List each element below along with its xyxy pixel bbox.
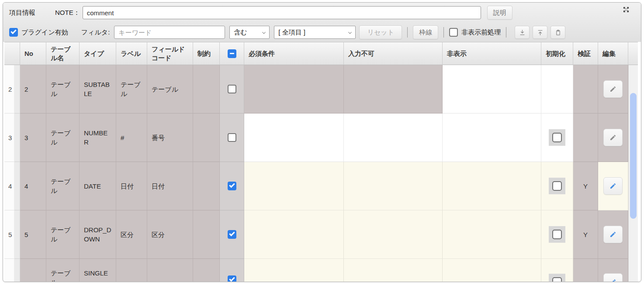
match-mode-value: 含む — [234, 28, 247, 37]
cell-row-checkbox — [220, 114, 244, 162]
expand-arrows-icon[interactable] — [623, 6, 630, 13]
vertical-scrollbar[interactable] — [628, 65, 638, 282]
pencil-icon — [609, 134, 616, 141]
cell-label: 区分 — [116, 210, 147, 259]
cell-hidden — [443, 259, 541, 282]
row-checkbox[interactable] — [228, 133, 236, 142]
note-input[interactable] — [83, 6, 481, 19]
cell-field-code: テーブル — [147, 65, 193, 114]
row-gutter — [14, 114, 20, 162]
edit-button[interactable] — [603, 129, 623, 146]
match-mode-select[interactable]: 含む — [229, 26, 270, 39]
header-index — [4, 42, 20, 65]
describe-button[interactable]: 説明 — [487, 6, 512, 20]
cell-field-code: 日付 — [147, 162, 193, 210]
table-row: 2 2 テーブル SUBTABLE テーブル テーブル — [4, 65, 638, 114]
plugin-enabled-checkbox[interactable] — [9, 28, 18, 37]
cell-type: SINGLE — [80, 259, 116, 282]
pencil-icon — [609, 279, 616, 282]
filter-input[interactable] — [114, 26, 225, 39]
table-body: 2 2 テーブル SUBTABLE テーブル テーブル — [4, 65, 638, 282]
header-required: 必須条件 — [244, 42, 344, 65]
row-checkbox[interactable] — [228, 230, 236, 239]
preprocess-label: 非表示前処理 — [461, 28, 501, 37]
init-checkbox[interactable] — [552, 230, 562, 239]
cell-input-disabled — [344, 114, 443, 162]
chevron-down-icon — [347, 30, 353, 35]
cell-row-checkbox — [220, 210, 244, 259]
row-checkbox[interactable] — [228, 182, 236, 190]
row-index: 4 — [4, 162, 14, 210]
row-checkbox[interactable] — [228, 85, 236, 93]
init-checkbox[interactable] — [552, 277, 562, 282]
cell-table-name: テーブル — [46, 210, 80, 259]
table-row: 3 3 テーブル NUMBER # 番号 — [4, 114, 638, 162]
cell-hidden — [443, 114, 541, 162]
scrollbar-thumb[interactable] — [630, 93, 637, 219]
header-constraint: 制約 — [193, 42, 220, 65]
table-row: 4 4 テーブル DATE 日付 日付 — [4, 162, 638, 210]
topbar: 項目情報 NOTE： 説明 — [3, 3, 641, 23]
cell-field-code — [147, 259, 193, 282]
separator — [407, 27, 408, 38]
cell-no — [20, 259, 46, 282]
cell-constraint — [193, 65, 220, 114]
separator — [443, 27, 444, 38]
cell-constraint — [193, 210, 220, 259]
cell-row-checkbox — [220, 162, 244, 210]
cell-required-condition — [244, 162, 344, 210]
cell-table-name: テーブル — [46, 114, 80, 162]
row-index: 2 — [4, 65, 14, 114]
cell-no: 4 — [20, 162, 46, 210]
header-field-code: フィールドコード — [147, 42, 193, 65]
upload-icon[interactable] — [533, 26, 547, 39]
cell-constraint — [193, 114, 220, 162]
fields-table: No テーブル名 タイプ ラベル フィールドコード 制約 必須条件 入力不可 非… — [4, 42, 638, 282]
cell-table-name: テーブル — [46, 65, 80, 114]
border-button[interactable]: 枠線 — [413, 25, 438, 39]
header-label: ラベル — [116, 42, 147, 65]
clipboard-icon[interactable] — [551, 26, 565, 39]
header-edit: 編集 — [598, 42, 628, 65]
cell-init — [541, 210, 573, 259]
row-gutter — [14, 162, 20, 210]
cell-row-checkbox — [220, 259, 244, 282]
edit-button[interactable] — [603, 177, 623, 195]
cell-no: 2 — [20, 65, 46, 114]
cell-type: DATE — [80, 162, 116, 210]
cell-init — [541, 65, 573, 114]
page: 項目情報 NOTE： 説明 プラグイン有効 フィルタ: 含む [ 全項目 ] — [0, 0, 644, 289]
cell-field-code: 区分 — [147, 210, 193, 259]
cell-constraint — [193, 259, 220, 282]
separator — [506, 27, 506, 38]
row-checkbox[interactable] — [228, 275, 236, 282]
cell-required-condition — [244, 65, 344, 114]
header-table-name: テーブル名 — [46, 42, 80, 65]
select-all-checkbox[interactable] — [228, 49, 236, 58]
edit-button[interactable] — [603, 80, 623, 98]
cell-type: SUBTABLE — [80, 65, 116, 114]
cell-verify: Y — [573, 210, 598, 259]
pencil-icon — [609, 86, 616, 93]
cell-constraint — [193, 162, 220, 210]
init-checkbox[interactable] — [552, 133, 562, 142]
cell-type: DROP_DOWN — [80, 210, 116, 259]
preprocess-checkbox[interactable] — [449, 28, 458, 37]
header-hidden: 非表示 — [443, 42, 541, 65]
row-index: 3 — [4, 114, 14, 162]
cell-verify: Y — [573, 162, 598, 210]
header-type: タイプ — [80, 42, 116, 65]
init-checkbox[interactable] — [552, 181, 562, 191]
reset-button[interactable]: リセット — [359, 25, 402, 39]
edit-button[interactable] — [603, 226, 623, 243]
edit-button[interactable] — [603, 273, 623, 282]
header-select-all — [220, 42, 244, 65]
init-checkbox-frame — [549, 226, 565, 243]
cell-required-condition — [244, 114, 344, 162]
download-icon[interactable] — [515, 26, 530, 39]
target-field-select[interactable]: [ 全項目 ] — [274, 26, 356, 39]
cell-verify — [573, 65, 598, 114]
panel-top: 項目情報 NOTE： 説明 プラグイン有効 フィルタ: 含む [ 全項目 ] — [3, 3, 641, 42]
cell-hidden — [443, 65, 541, 114]
cell-init — [541, 259, 573, 282]
